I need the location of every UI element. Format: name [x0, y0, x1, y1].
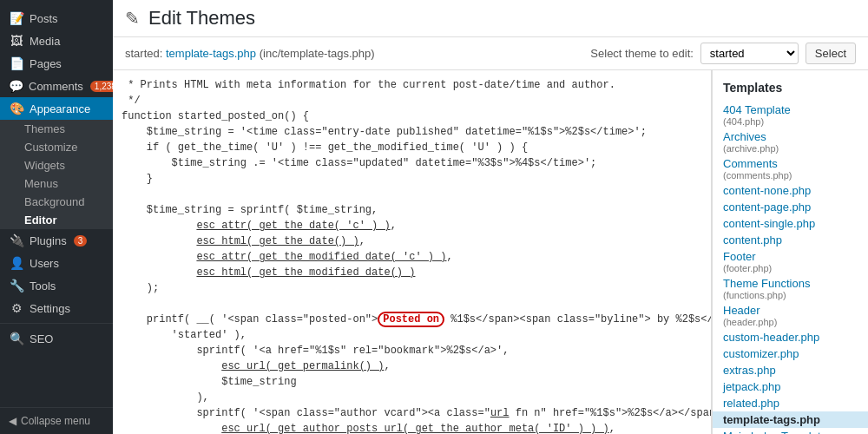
template-item-content-single[interactable]: content-single.php	[713, 215, 868, 232]
sidebar-item-plugins[interactable]: 🔌 Plugins 3	[0, 229, 113, 252]
template-item-content-none[interactable]: content-none.php	[713, 182, 868, 199]
seo-icon: 🔍	[9, 332, 24, 345]
plugins-badge: 3	[74, 235, 88, 247]
sidebar-sub-menus[interactable]: Menus	[0, 174, 113, 193]
sidebar: 📝 Posts 🖼 Media 📄 Pages 💬 Comments 1,238…	[0, 0, 113, 434]
template-item-main-index[interactable]: Main Index Template (index.php)	[713, 428, 868, 434]
filename-link[interactable]: template-tags.php	[166, 47, 256, 60]
file-info: started: template-tags.php (inc/template…	[125, 47, 375, 60]
edit-themes-icon: ✎	[125, 8, 140, 29]
settings-icon: ⚙	[9, 301, 24, 315]
sidebar-sub-themes[interactable]: Themes	[0, 120, 113, 138]
template-item-header[interactable]: Header (header.php)	[713, 302, 868, 329]
select-theme-button[interactable]: Select	[806, 43, 856, 64]
template-item-content-page[interactable]: content-page.php	[713, 199, 868, 215]
template-item-jetpack[interactable]: jetpack.php	[713, 378, 868, 395]
sidebar-item-seo[interactable]: 🔍 SEO	[0, 327, 113, 350]
template-item-custom-header[interactable]: custom-header.php	[713, 329, 868, 345]
template-item-footer[interactable]: Footer (footer.php)	[713, 248, 868, 275]
template-item-comments[interactable]: Comments (comments.php)	[713, 155, 868, 182]
content-area: * Prints HTML with meta information for …	[113, 70, 868, 434]
code-editor[interactable]: * Prints HTML with meta information for …	[113, 70, 712, 434]
code-content: * Prints HTML with meta information for …	[113, 70, 711, 434]
page-title: Edit Themes	[148, 7, 255, 30]
template-item-extras[interactable]: extras.php	[713, 362, 868, 378]
sidebar-item-comments[interactable]: 💬 Comments 1,238	[0, 75, 113, 97]
theme-selector: Select theme to edit: started twentyfift…	[590, 43, 856, 64]
template-item-related[interactable]: related.php	[713, 395, 868, 411]
sidebar-item-posts[interactable]: 📝 Posts	[0, 7, 113, 30]
tools-icon: 🔧	[9, 279, 24, 293]
sidebar-item-users[interactable]: 👤 Users	[0, 252, 113, 274]
template-item-theme-functions[interactable]: Theme Functions (functions.php)	[713, 275, 868, 302]
users-icon: 👤	[9, 256, 24, 270]
template-item-customizer[interactable]: customizer.php	[713, 345, 868, 362]
theme-selector-label: Select theme to edit:	[590, 47, 694, 60]
media-icon: 🖼	[9, 34, 24, 48]
template-item-template-tags[interactable]: template-tags.php	[713, 411, 868, 428]
page-header: ✎ Edit Themes	[113, 0, 868, 37]
sidebar-sub-customize[interactable]: Customize	[0, 138, 113, 156]
main-content: ✎ Edit Themes started: template-tags.php…	[113, 0, 868, 434]
sidebar-sub-background[interactable]: Background	[0, 193, 113, 211]
template-item-404[interactable]: 404 Template (404.php)	[713, 102, 868, 128]
comments-icon: 💬	[9, 79, 23, 93]
collapse-menu-button[interactable]: ◀ Collapse menu	[0, 407, 113, 434]
comments-badge: 1,238	[90, 81, 113, 92]
sidebar-item-appearance[interactable]: 🎨 Appearance	[0, 97, 113, 120]
sidebar-item-media[interactable]: 🖼 Media	[0, 30, 113, 52]
sidebar-sub-editor[interactable]: Editor	[0, 211, 113, 229]
sidebar-item-settings[interactable]: ⚙ Settings	[0, 297, 113, 319]
plugins-icon: 🔌	[9, 233, 24, 247]
appearance-icon: 🎨	[9, 102, 24, 115]
filepath: (inc/template-tags.php)	[260, 47, 375, 60]
sidebar-sub-widgets[interactable]: Widgets	[0, 156, 113, 174]
theme-select[interactable]: started twentyfifteen twentysixteen	[700, 43, 799, 64]
template-item-archives[interactable]: Archives (archive.php)	[713, 128, 868, 155]
sidebar-item-tools[interactable]: 🔧 Tools	[0, 274, 113, 297]
subheader: started: template-tags.php (inc/template…	[113, 37, 868, 70]
sidebar-item-pages[interactable]: 📄 Pages	[0, 52, 113, 75]
pages-icon: 📄	[9, 56, 24, 70]
subheader-prefix: started:	[125, 47, 162, 60]
templates-heading: Templates	[713, 77, 868, 102]
templates-panel: Templates 404 Template (404.php) Archive…	[712, 70, 868, 434]
collapse-arrow-icon: ◀	[9, 415, 16, 427]
posts-icon: 📝	[9, 11, 24, 25]
template-item-content[interactable]: content.php	[713, 232, 868, 248]
